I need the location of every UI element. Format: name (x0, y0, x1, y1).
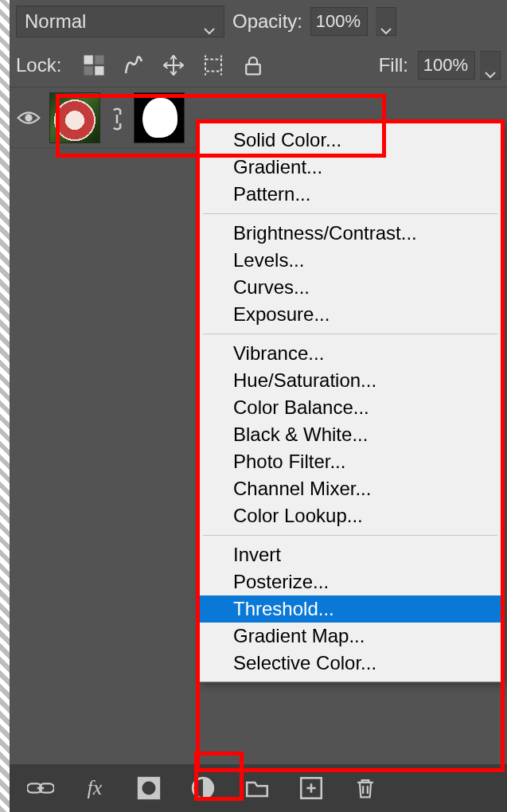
adjustment-layer-icon[interactable] (189, 775, 216, 802)
menu-item[interactable]: Brightness/Contrast... (198, 220, 502, 247)
menu-item[interactable]: Black & White... (198, 421, 502, 448)
fill-field[interactable]: 100% (418, 51, 475, 80)
svg-rect-0 (84, 55, 93, 64)
visibility-toggle-icon[interactable] (16, 105, 41, 131)
menu-item[interactable]: Solid Color... (198, 127, 502, 154)
lock-position-icon[interactable] (162, 53, 185, 77)
menu-separator (203, 334, 497, 334)
menu-item[interactable]: Posterize... (198, 568, 502, 595)
menu-item[interactable]: Gradient Map... (198, 623, 502, 650)
menu-item[interactable]: Exposure... (198, 301, 502, 328)
opacity-dropdown-button[interactable] (376, 7, 396, 36)
layer-mask-thumbnail[interactable] (134, 92, 185, 143)
fill-value: 100% (423, 55, 468, 76)
canvas-edge-ruler (0, 0, 10, 812)
fill-group: Fill: 100% (379, 51, 501, 80)
layer-style-icon[interactable]: fx (81, 775, 108, 802)
fill-dropdown-button[interactable] (480, 51, 501, 80)
lock-all-icon[interactable] (241, 53, 265, 77)
opacity-value: 100% (316, 11, 361, 32)
menu-item[interactable]: Curves... (198, 274, 502, 301)
svg-point-8 (142, 782, 156, 795)
menu-item[interactable]: Vibrance... (198, 340, 502, 367)
blend-mode-value: Normal (25, 10, 86, 33)
menu-item[interactable]: Photo Filter... (198, 448, 502, 475)
layer-thumbnail[interactable] (49, 92, 100, 143)
menu-item[interactable]: Selective Color... (198, 650, 502, 677)
svg-rect-1 (96, 55, 104, 64)
svg-rect-3 (96, 66, 104, 75)
lock-artboard-icon[interactable] (201, 53, 225, 77)
menu-item[interactable]: Invert (198, 541, 502, 568)
menu-item[interactable]: Pattern... (198, 181, 502, 208)
menu-item[interactable]: Hue/Saturation... (198, 367, 502, 394)
menu-separator (203, 213, 497, 214)
lock-image-icon[interactable] (122, 53, 146, 77)
lock-transparency-icon[interactable] (82, 53, 106, 77)
svg-rect-5 (247, 64, 261, 74)
opacity-field[interactable]: 100% (310, 7, 368, 36)
link-icon[interactable] (108, 106, 126, 130)
chevron-down-icon (380, 18, 392, 25)
add-mask-icon[interactable] (135, 775, 162, 802)
adjustment-layer-menu[interactable]: Solid Color...Gradient...Pattern...Brigh… (197, 121, 503, 682)
fill-label: Fill: (379, 54, 408, 76)
svg-rect-4 (205, 59, 221, 71)
lock-row: Lock: Fill: 100% (10, 43, 507, 88)
menu-item[interactable]: Levels... (198, 247, 502, 274)
chevron-down-icon (203, 18, 216, 25)
lock-label: Lock: (16, 54, 61, 76)
menu-item[interactable]: Gradient... (198, 154, 502, 181)
layers-bottom-bar: fx (10, 764, 507, 812)
blend-opacity-row: Normal Opacity: 100% (10, 0, 507, 43)
svg-point-6 (25, 114, 32, 121)
menu-item[interactable]: Color Lookup... (198, 502, 502, 529)
menu-separator (203, 535, 497, 536)
chevron-down-icon (484, 61, 497, 69)
opacity-label: Opacity: (232, 10, 302, 33)
menu-item[interactable]: Color Balance... (198, 394, 502, 421)
blend-mode-select[interactable]: Normal (16, 6, 224, 37)
group-icon[interactable] (244, 775, 271, 802)
menu-item[interactable]: Threshold... (198, 595, 502, 623)
delete-icon[interactable] (352, 775, 379, 802)
menu-item[interactable]: Channel Mixer... (198, 475, 502, 502)
svg-rect-2 (84, 66, 93, 75)
new-layer-icon[interactable] (298, 775, 325, 802)
link-layers-icon[interactable] (27, 775, 54, 802)
